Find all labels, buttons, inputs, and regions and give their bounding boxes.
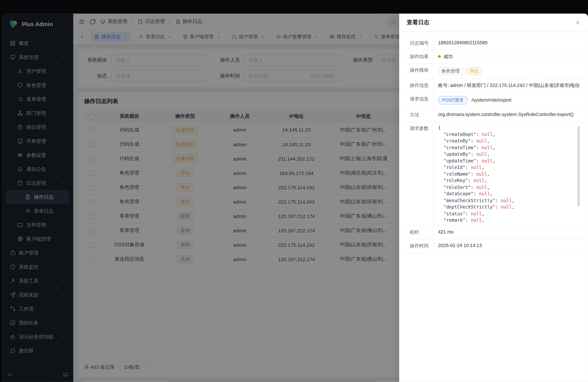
code-line: "roleSort": null,: [438, 184, 580, 191]
log-details-table: 日志编号 1882612840802115585 操作结果 成功 操作模块 角色…: [405, 36, 584, 253]
code-line: "roleName": null,: [438, 171, 580, 177]
screen: Plus Admin 概览 系统管理: [0, 0, 588, 382]
code-line: "dataScope": null,: [438, 191, 580, 197]
field-label: 请求参数: [405, 122, 433, 226]
drawer-body: 日志编号 1882612840802115585 操作结果 成功 操作模块 角色…: [399, 32, 588, 253]
scrollbar-thumb[interactable]: [577, 126, 580, 206]
code-line: "menuCheckStrictly": null,: [438, 197, 580, 204]
result-text: 成功: [443, 54, 453, 59]
request-info-value: POST请求/system/role/export: [433, 92, 584, 108]
field-label: 操作时间: [405, 239, 433, 253]
operation-time-value: 2025-01-24 10:14:13: [433, 239, 584, 253]
action-tag: 导出: [466, 67, 482, 75]
close-icon[interactable]: [575, 20, 580, 25]
field-label: 操作信息: [405, 79, 433, 92]
code-line: "createTime": null,: [438, 145, 580, 151]
module-tag: 角色管理: [438, 67, 463, 75]
code-line: "status": null,: [438, 211, 580, 217]
field-label: 请求信息: [405, 92, 433, 108]
app-window: Plus Admin 概览 系统管理: [2, 14, 588, 382]
request-url: /system/role/export: [472, 98, 511, 103]
operation-info-value: 账号: admin / 研发部门 / 222.175.114.242 / 中国|…: [433, 79, 584, 92]
field-label: 耗时: [405, 226, 433, 239]
result-value: 成功: [433, 50, 584, 64]
success-dot: [438, 55, 441, 58]
code-line: "updateBy": null,: [438, 151, 580, 158]
post-method-tag: POST请求: [438, 96, 468, 105]
code-line: "createDept": null,: [438, 131, 580, 138]
request-params-cell: { "createDept": null, "createBy": null, …: [433, 122, 584, 226]
field-label: 操作模块: [405, 64, 433, 79]
drawer-title: 查看日志: [407, 19, 429, 26]
module-value: 角色管理导出: [433, 64, 584, 79]
field-label: 操作结果: [405, 50, 433, 64]
code-line: "deptCheckStrictly": null,: [438, 204, 580, 211]
code-line: "roleKey": null,: [438, 178, 580, 184]
log-id-value: 1882612840802115585: [433, 36, 584, 50]
method-value: org.dromara.system.controller.system.Sys…: [433, 108, 584, 122]
duration-value: 421 ms: [433, 226, 584, 239]
code-line: "remark": null,: [438, 217, 580, 222]
code-line: "roleId": null,: [438, 164, 580, 171]
view-log-drawer: 查看日志 日志编号 1882612840802115585 操作结果 成功 操作…: [399, 14, 588, 382]
code-line: {: [438, 125, 580, 131]
code-line: "createBy": null,: [438, 138, 580, 145]
request-params-json[interactable]: { "createDept": null, "createBy": null, …: [438, 125, 580, 222]
drawer-header: 查看日志: [399, 14, 588, 32]
field-label: 日志编号: [405, 36, 433, 50]
code-line: "updateTime": null,: [438, 158, 580, 164]
field-label: 方法: [405, 108, 433, 122]
